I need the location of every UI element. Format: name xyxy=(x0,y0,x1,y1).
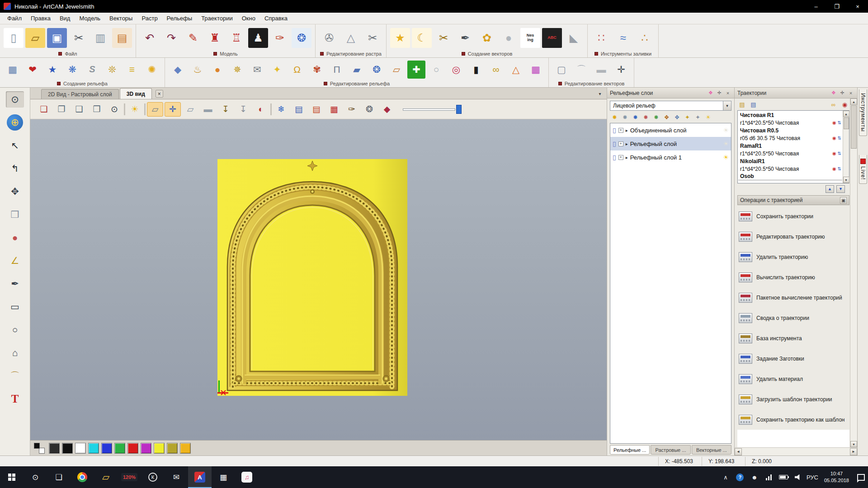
edit-model-icon[interactable]: ✎ xyxy=(183,28,203,48)
star-vector-icon[interactable]: ★ xyxy=(390,28,410,48)
task-view-button[interactable]: ❏ xyxy=(47,466,71,488)
group-collapse-button[interactable] xyxy=(320,52,324,56)
trim-vectors-icon[interactable]: ✂ xyxy=(434,28,453,48)
tab-vector-layers[interactable]: Векторные ... xyxy=(692,445,731,455)
start-button[interactable] xyxy=(0,466,24,488)
toolpath-row[interactable]: r05 d6 30.5 75 Чистовая ◉ ⇅ xyxy=(738,134,842,142)
menu-item[interactable]: Справка xyxy=(260,13,292,23)
layer-merge-all-icon[interactable]: ❖ xyxy=(672,113,682,122)
slider-track[interactable] xyxy=(403,108,455,111)
pyramid-icon[interactable]: ◣ xyxy=(564,28,584,48)
block-model-icon[interactable]: ❒ xyxy=(6,206,24,223)
sculpt-tool-icon[interactable]: ✑ xyxy=(270,28,290,48)
ring-relief-icon[interactable]: ◎ xyxy=(447,61,465,79)
delete-material[interactable]: Удалить материал xyxy=(737,369,849,389)
group-collapse-button[interactable] xyxy=(57,82,61,85)
save-toolpath-template[interactable]: Сохранить траекторию как шаблон xyxy=(737,409,849,430)
move-toolpath-up-button[interactable]: ▲ xyxy=(826,185,834,193)
layer-expander-icon[interactable]: ▸ xyxy=(626,128,628,133)
sphere-vector-icon[interactable]: ● xyxy=(499,28,519,48)
brush-icon[interactable]: ✑ xyxy=(344,102,360,117)
red-swatch[interactable] xyxy=(127,443,138,454)
menu-item[interactable]: Растр xyxy=(137,13,162,23)
network-tray-icon[interactable] xyxy=(762,466,776,488)
half-view-icon[interactable]: ❑ xyxy=(71,102,87,117)
menu-item[interactable]: Вид xyxy=(55,13,75,23)
tab-raster-layers[interactable]: Растровые ... xyxy=(651,445,690,455)
green-swatch[interactable] xyxy=(114,443,125,454)
layer-add-icon[interactable]: + xyxy=(618,128,623,133)
layers-blue-icon[interactable]: ▤ xyxy=(291,102,307,117)
tab-relief-layers[interactable]: Рельефные ... xyxy=(610,445,650,455)
puzzle-icon[interactable]: ▦ xyxy=(4,61,22,79)
layer-add-icon[interactable]: + xyxy=(618,155,623,160)
layer-row[interactable]: ▯ + ▸ Рельефный слой 1 ☀ xyxy=(610,150,731,164)
light-icon[interactable]: ☀ xyxy=(127,102,143,117)
layer-up-icon[interactable]: ✸ xyxy=(641,113,651,122)
chain-icon[interactable]: ∞ xyxy=(487,61,505,79)
toolpath-glasses-icon[interactable]: ∞ xyxy=(829,100,838,109)
new-model-icon[interactable]: ▯ xyxy=(4,28,24,48)
layer-down-icon[interactable]: ✸ xyxy=(651,113,661,122)
undo-icon[interactable]: ↶ xyxy=(140,28,160,48)
primary-color-swatch[interactable] xyxy=(34,443,40,449)
magenta-swatch[interactable] xyxy=(141,443,151,454)
scroll-right-button[interactable]: ► xyxy=(850,448,857,455)
scroll-thumb[interactable] xyxy=(844,117,849,129)
toolpath-target-icon[interactable]: ◉ xyxy=(832,151,836,156)
layer-stack-icon[interactable]: ≡ xyxy=(123,61,141,79)
operations-panel-button[interactable]: ▣ xyxy=(840,197,847,204)
barcode-icon[interactable]: ▮ xyxy=(467,61,485,79)
fill-nodes-icon[interactable]: ∴ xyxy=(635,28,655,48)
zoom-view-icon[interactable]: ⊙ xyxy=(106,102,123,117)
toolpath-arrows-icon[interactable]: ⇅ xyxy=(838,120,841,125)
artcam-taskbar-icon[interactable]: A xyxy=(188,466,212,488)
orange-swatch[interactable] xyxy=(180,443,191,454)
toolpath-target-icon[interactable]: ◉ xyxy=(832,120,836,125)
simulate-icon[interactable]: ▦ xyxy=(326,102,342,117)
transform-vectors-icon[interactable]: ✛ xyxy=(612,61,630,79)
magenta-grid-icon[interactable]: ▦ xyxy=(527,61,545,79)
calculate-toolpath[interactable]: Вычислить траекторию xyxy=(737,267,849,287)
menu-item[interactable]: Правка xyxy=(26,13,55,23)
panel-tag-icon[interactable]: ❖ xyxy=(830,89,837,97)
batch-calculate-toolpaths[interactable]: Пакетное вычисление траекторий xyxy=(737,287,849,308)
fill-wave-icon[interactable]: ≈ xyxy=(613,28,633,48)
preview-model2-icon[interactable]: ♖ xyxy=(226,28,246,48)
toolpath-new-icon[interactable]: ▤ xyxy=(737,100,747,109)
redo-icon[interactable]: ↷ xyxy=(161,28,181,48)
new-layer-icon[interactable]: ✸ xyxy=(610,113,619,122)
raster-scissors-icon[interactable]: ✂ xyxy=(363,28,382,48)
panel-tag-icon[interactable]: ❖ xyxy=(707,89,714,97)
edit-toolpath[interactable]: Редактировать траекторию xyxy=(737,226,849,247)
toolpath-arrows-icon[interactable]: ⇅ xyxy=(838,151,841,156)
menu-item[interactable]: Векторы xyxy=(105,13,137,23)
sphere-model-icon[interactable]: ● xyxy=(6,230,24,246)
volume-tray-icon[interactable] xyxy=(791,466,805,488)
toolpath-row[interactable]: r1*d4*20.5*50 Чистовая ◉ ⇅ xyxy=(738,150,842,157)
slab-view-icon[interactable]: ▬ xyxy=(200,102,216,117)
draft-plane-icon[interactable]: ▱ xyxy=(147,102,163,117)
pepper-icon[interactable]: ✾ xyxy=(308,61,326,79)
material-icon[interactable]: ❂ xyxy=(361,102,377,117)
heart-relief-icon[interactable]: ❤ xyxy=(24,61,42,79)
load-toolpath-template[interactable]: Загрузить шаблон траектории xyxy=(737,389,849,409)
calculator-taskbar-icon[interactable]: ▦ xyxy=(212,466,235,488)
toolpath-summary[interactable]: Сводка о траектории xyxy=(737,308,849,328)
tab-overflow-chevron[interactable]: ▾ xyxy=(596,89,604,98)
panel-close-icon[interactable]: × xyxy=(847,89,854,97)
menu-item[interactable]: Модель xyxy=(75,13,105,23)
menu-item[interactable]: Файл xyxy=(3,13,26,23)
scroll-down-button[interactable]: ▼ xyxy=(850,441,857,447)
scroll-thumb[interactable] xyxy=(851,105,857,149)
layer-expander-icon[interactable]: ▸ xyxy=(626,141,628,146)
people-tray-icon[interactable]: ☻ xyxy=(747,466,762,488)
polygon-select-icon[interactable]: △ xyxy=(341,28,361,48)
add-relief-icon[interactable]: ✚ xyxy=(407,61,425,79)
toolpaths-scrollbar[interactable]: ▲ ▼ xyxy=(850,99,857,447)
tools-strip-tab[interactable]: Инструменты xyxy=(859,89,867,136)
panel-pin-icon[interactable]: ✛ xyxy=(839,89,846,97)
taskbar-clock[interactable]: 10:47 05.05.2018 xyxy=(820,470,854,484)
axis-view-icon[interactable]: ✛ xyxy=(165,102,181,117)
text-tool-icon[interactable]: Т xyxy=(6,391,24,407)
